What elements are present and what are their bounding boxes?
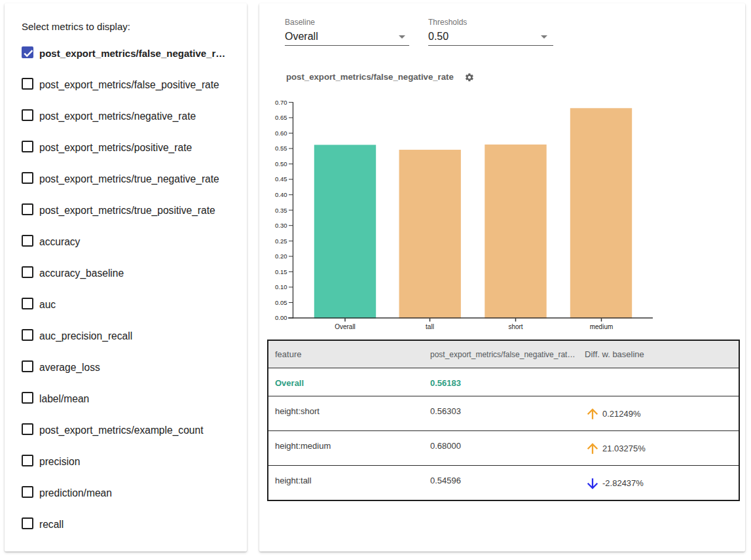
svg-text:0.55: 0.55: [275, 145, 287, 152]
svg-text:0.35: 0.35: [275, 207, 287, 214]
svg-text:0.00: 0.00: [275, 314, 287, 321]
svg-text:tall: tall: [426, 323, 434, 330]
svg-text:0.30: 0.30: [275, 222, 287, 229]
svg-text:short: short: [508, 323, 522, 330]
svg-text:0.65: 0.65: [275, 114, 287, 121]
svg-text:0.25: 0.25: [275, 237, 287, 245]
svg-text:0.20: 0.20: [275, 253, 287, 260]
svg-text:0.60: 0.60: [275, 130, 287, 137]
svg-text:Overall: Overall: [335, 323, 356, 330]
svg-text:0.15: 0.15: [275, 268, 287, 275]
svg-text:medium: medium: [590, 323, 614, 330]
svg-text:0.50: 0.50: [275, 160, 287, 167]
svg-text:0.10: 0.10: [275, 283, 287, 290]
svg-text:0.40: 0.40: [275, 191, 287, 198]
svg-text:0.45: 0.45: [275, 175, 287, 183]
svg-text:0.70: 0.70: [275, 99, 287, 106]
svg-text:0.05: 0.05: [275, 299, 287, 306]
